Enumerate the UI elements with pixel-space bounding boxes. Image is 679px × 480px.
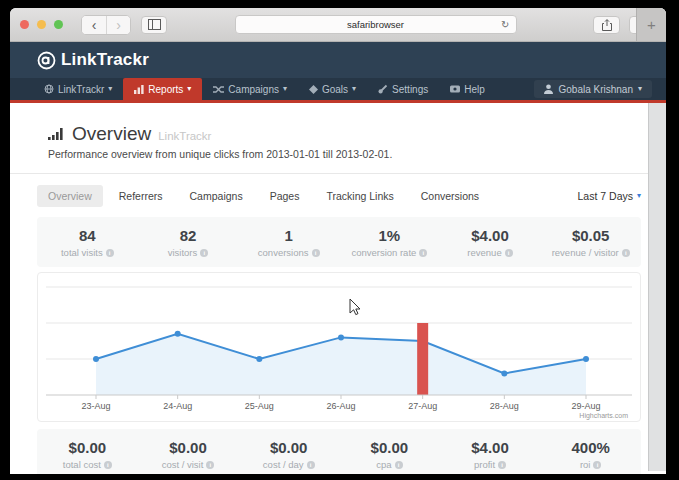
stat-value: 82 [138,227,239,244]
caret-down-icon: ▾ [637,192,641,200]
info-icon[interactable]: i [106,249,114,257]
stat-cost-per-visit: $0.00 cost / visiti [138,439,239,470]
nav-label: Goals [322,84,348,95]
stat-cost-per-day: $0.00 cost / dayi [238,439,339,470]
data-point [256,356,262,362]
stat-label: revenue [467,247,501,258]
info-icon[interactable]: i [505,249,513,257]
close-window-button[interactable] [20,20,29,29]
tab-referrers[interactable]: Referrers [108,185,174,207]
nav-label: Help [464,84,485,95]
tabs-row: Overview Referrers Campaigns Pages Track… [37,184,641,208]
globe-icon [44,84,54,94]
stat-total-visits: 84 total visitsi [37,227,138,258]
page-subtitle: Performance overview from unique clicks … [48,148,641,160]
tab-tracking-links[interactable]: Tracking Links [315,185,404,207]
nav-item-settings[interactable]: Settings [367,78,439,100]
info-icon[interactable]: i [206,461,214,469]
zoom-window-button[interactable] [54,20,63,29]
user-menu[interactable]: Gobala Krishnan ▾ [534,80,652,98]
info-icon[interactable]: i [498,461,506,469]
stat-value: $0.00 [238,439,339,456]
data-point [175,331,181,337]
share-button[interactable] [593,16,620,34]
info-icon[interactable]: i [200,249,208,257]
info-icon[interactable]: i [307,461,315,469]
stat-value: $0.05 [540,227,641,244]
tab-pages[interactable]: Pages [259,185,311,207]
shuffle-icon [213,85,224,94]
forward-button[interactable]: › [106,16,130,34]
x-axis-label: 29-Aug [571,401,600,411]
date-range-picker[interactable]: Last 7 Days ▾ [578,190,641,202]
visits-chart[interactable]: 23-Aug24-Aug25-Aug26-Aug27-Aug28-Aug29-A… [38,273,640,421]
data-point [501,370,507,376]
history-buttons: ‹ › [81,15,131,35]
data-point [93,356,99,362]
highlight-column [417,323,428,395]
address-bar[interactable]: safaribrowser ↻ [235,15,517,34]
back-button[interactable]: ‹ [82,16,106,34]
info-icon[interactable]: i [312,249,320,257]
chart-credit: Highcharts.com [579,412,628,420]
divider [10,173,666,174]
stat-label: roi [580,459,591,470]
scrollbar[interactable] [648,103,666,471]
x-axis-label: 23-Aug [81,401,110,411]
app-nav: LinkTrackr ▾ Reports ▾ Campaigns ▾ Goa [10,78,666,103]
caret-down-icon: ▾ [108,85,112,93]
browser-window: ‹ › safaribrowser ↻ + [10,8,666,474]
nav-item-goals[interactable]: Goals ▾ [298,78,367,100]
stat-value: $4.00 [440,227,541,244]
nav-item-reports[interactable]: Reports ▾ [123,78,202,100]
chart-icon [134,84,144,94]
app-header: LinkTrackr [10,42,666,78]
new-tab-button[interactable]: + [636,8,666,41]
stat-label: cpa [376,459,391,470]
linktrackr-logo-icon [37,51,56,70]
stat-total-cost: $0.00 total costi [37,439,138,470]
stat-value: 400% [540,439,641,456]
stat-value: 1% [339,227,440,244]
nav-item-help[interactable]: Help [439,78,496,100]
stat-label: conversion rate [351,247,416,258]
x-axis-label: 28-Aug [490,401,519,411]
stat-cpa: $0.00 cpai [339,439,440,470]
date-range-label: Last 7 Days [578,190,633,202]
info-icon[interactable]: i [419,249,427,257]
data-point [338,334,344,340]
share-icon [602,19,612,31]
stat-revenue: $4.00 revenuei [440,227,541,258]
sidebar-button[interactable] [141,16,167,34]
stat-value: 84 [37,227,138,244]
info-icon[interactable]: i [104,461,112,469]
nav-label: Reports [148,84,183,95]
visits-chart-panel[interactable]: 23-Aug24-Aug25-Aug26-Aug27-Aug28-Aug29-A… [37,272,641,422]
nav-item-campaigns[interactable]: Campaigns ▾ [202,78,298,100]
stat-label: total cost [63,459,101,470]
x-axis-label: 25-Aug [245,401,274,411]
stat-label: profit [474,459,495,470]
x-axis-label: 26-Aug [326,401,355,411]
info-icon[interactable]: i [593,461,601,469]
caret-down-icon: ▾ [638,85,642,93]
tab-overview[interactable]: Overview [37,185,103,207]
stat-revenue-per-visitor: $0.05 revenue / visitori [540,227,641,258]
refresh-icon[interactable]: ↻ [501,19,509,30]
minimize-window-button[interactable] [37,20,46,29]
tab-conversions[interactable]: Conversions [410,185,490,207]
brand[interactable]: LinkTrackr [37,50,149,70]
area-fill [96,334,586,395]
browser-chrome: ‹ › safaribrowser ↻ + [10,8,666,42]
stats-panel-top: 84 total visitsi 82 visitorsi 1 conversi… [37,217,641,267]
nav-item-linktrackr[interactable]: LinkTrackr ▾ [33,78,123,100]
caret-down-icon: ▾ [187,85,191,93]
stat-value: 1 [238,227,339,244]
wrench-icon [378,84,388,94]
info-icon[interactable]: i [622,249,630,257]
info-icon[interactable]: i [395,461,403,469]
nav-label: Settings [392,84,428,95]
tab-campaigns[interactable]: Campaigns [179,185,254,207]
stat-value: $0.00 [138,439,239,456]
stat-profit: $4.00 profiti [440,439,541,470]
